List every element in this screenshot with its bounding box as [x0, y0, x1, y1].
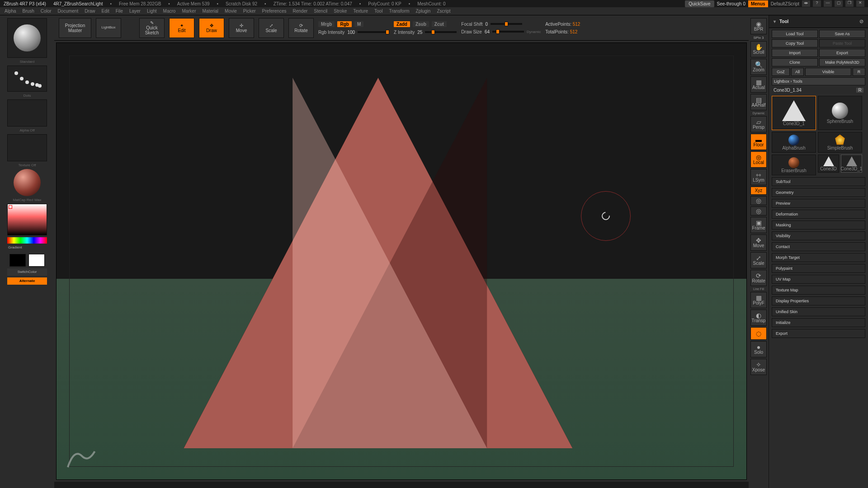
collapse-icon[interactable]: ◂▸ [802, 0, 810, 7]
floor-button[interactable]: ▬Floor [750, 134, 767, 150]
restore-icon[interactable]: ❐ [845, 0, 854, 7]
alternate-button[interactable]: Alternate [7, 277, 47, 285]
menu-alpha[interactable]: Alpha [5, 9, 16, 14]
texture-thumbnail[interactable] [7, 134, 47, 161]
goz-all-button[interactable]: All [791, 68, 804, 76]
rotate-mode-button[interactable]: ⟳Rotate [288, 18, 314, 38]
quicksave-button[interactable]: QuickSave [685, 0, 714, 7]
material-thumbnail[interactable] [14, 169, 41, 196]
section-polypaint[interactable]: Polypaint [772, 264, 865, 273]
save-as-button[interactable]: Save As [819, 30, 865, 38]
scale-nav-button[interactable]: ⤢Scale [750, 252, 767, 268]
frame-button[interactable]: ▣Frame [750, 217, 767, 233]
transp-button[interactable]: ◐Transp [750, 310, 767, 326]
mrgb-toggle[interactable]: Mrgb [318, 21, 335, 27]
draw-mode-button[interactable]: ✥Draw [199, 18, 224, 38]
tool-thumb-cone3d[interactable]: Cone3D [818, 155, 839, 173]
goz-r-button[interactable]: R [853, 68, 865, 76]
dynamic-label[interactable]: Dynamic [527, 30, 541, 34]
ghost-button[interactable]: ◌ [750, 327, 767, 340]
center-button-2[interactable]: ◎ [750, 206, 767, 216]
section-initialize[interactable]: Initialize [772, 318, 865, 327]
menu-picker[interactable]: Picker [243, 9, 256, 14]
lsym-button[interactable]: ⇿LSym [750, 169, 767, 185]
zscript-label[interactable]: DefaultZScript [771, 1, 799, 6]
z-intensity-slider[interactable] [425, 31, 457, 33]
tool-r-button[interactable]: R [856, 88, 863, 93]
copy-tool-button[interactable]: Copy Tool [772, 39, 818, 47]
menu-texture[interactable]: Texture [353, 9, 368, 14]
projection-master-button[interactable]: Projection Master [59, 18, 91, 38]
menu-movie[interactable]: Movie [225, 9, 237, 14]
goz-button[interactable]: GoZ [772, 68, 790, 76]
xyz-button[interactable]: Xyz [750, 187, 767, 195]
make-polymesh-button[interactable]: Make PolyMesh3D [819, 58, 865, 66]
center-button-1[interactable]: ◎ [750, 196, 767, 205]
menu-render[interactable]: Render [293, 9, 308, 14]
tool-thumb-cone3d-1b[interactable]: Cone3D_1 [841, 155, 862, 173]
menu-layer[interactable]: Layer [129, 9, 141, 14]
polyf-button[interactable]: ▦PolyF [750, 292, 767, 308]
menus-toggle[interactable]: Menus [748, 0, 768, 7]
export-button[interactable]: Export [819, 49, 865, 57]
section-morph-target[interactable]: Morph Target [772, 253, 865, 262]
persp-button[interactable]: ▱Persp [750, 116, 767, 132]
bpr-button[interactable]: ◉BPR [750, 18, 767, 34]
lightbox-tools-button[interactable]: Lightbox › Tools [772, 77, 865, 85]
seethrough-slider[interactable]: See-through 0 [717, 1, 745, 6]
aahalf-button[interactable]: ▤AAHalf [750, 94, 767, 110]
section-uv-map[interactable]: UV Map [772, 275, 865, 284]
menu-file[interactable]: File [116, 9, 123, 14]
menu-tool[interactable]: Tool [374, 9, 382, 14]
section-export[interactable]: Export [772, 329, 865, 338]
rgb-intensity-slider[interactable] [358, 31, 389, 33]
solo-button[interactable]: ●Solo [750, 341, 767, 357]
menu-zscript[interactable]: Zscript [437, 9, 450, 14]
rgb-toggle[interactable]: Rgb [337, 21, 351, 27]
menu-color[interactable]: Color [41, 9, 52, 14]
menu-document[interactable]: Document [58, 9, 79, 14]
quick-sketch-button[interactable]: ✎Quick Sketch [139, 18, 165, 38]
section-geometry[interactable]: Geometry [772, 188, 865, 197]
viewport[interactable] [56, 42, 747, 480]
paste-tool-button[interactable]: Paste Tool [819, 39, 865, 47]
panel-close-icon[interactable]: ⊘ [859, 19, 863, 24]
tool-thumb-eraserbrush[interactable]: EraserBrush [772, 155, 816, 175]
gradient-label[interactable]: Gradient [7, 245, 47, 249]
load-tool-button[interactable]: Load Tool [772, 30, 818, 38]
import-button[interactable]: Import [772, 49, 818, 57]
menu-draw[interactable]: Draw [85, 9, 95, 14]
section-texture-map[interactable]: Texture Map [772, 286, 865, 295]
rotate-nav-button[interactable]: ⟳Rotate [750, 270, 767, 286]
zadd-toggle[interactable]: Zadd [394, 21, 410, 27]
secondary-color-swatch[interactable] [9, 254, 26, 267]
stroke-thumbnail[interactable] [7, 66, 47, 92]
tool-thumb-spherebrush[interactable]: SphereBrush [818, 96, 862, 130]
alpha-thumbnail[interactable] [7, 99, 47, 127]
tool-thumb-simplebrush[interactable]: SimpleBrush [818, 132, 862, 153]
scale-mode-button[interactable]: ⤢Scale [259, 18, 284, 38]
menu-marker[interactable]: Marker [182, 9, 196, 14]
section-display-properties[interactable]: Display Properties [772, 296, 865, 305]
tool-panel-header[interactable]: ▾ Tool ⊘ [769, 15, 868, 28]
edit-mode-button[interactable]: ✦Edit [169, 18, 194, 38]
switch-color-button[interactable]: SwitchColor [7, 268, 47, 276]
menu-brush[interactable]: Brush [23, 9, 34, 14]
color-picker[interactable] [7, 204, 47, 235]
clone-button[interactable]: Clone [772, 58, 818, 66]
minimize-icon[interactable]: — [824, 0, 832, 7]
current-tool-row[interactable]: Cone3D_1.34 R [772, 87, 865, 94]
lightbox-button[interactable]: LightBox [96, 18, 121, 38]
focal-shift-slider[interactable] [491, 23, 522, 25]
goz-visible-button[interactable]: Visible [805, 68, 851, 76]
section-unified-skin[interactable]: Unified Skin [772, 307, 865, 316]
menu-macro[interactable]: Macro [163, 9, 176, 14]
zoom-button[interactable]: 🔍Zoom [750, 59, 767, 75]
zsub-toggle[interactable]: Zsub [413, 21, 429, 27]
menu-material[interactable]: Material [203, 9, 219, 14]
menu-light[interactable]: Light [147, 9, 157, 14]
hue-strip[interactable] [7, 237, 47, 244]
scroll-button[interactable]: ✋Scroll [750, 41, 767, 57]
menu-preferences[interactable]: Preferences [262, 9, 287, 14]
menu-zplugin[interactable]: Zplugin [416, 9, 431, 14]
